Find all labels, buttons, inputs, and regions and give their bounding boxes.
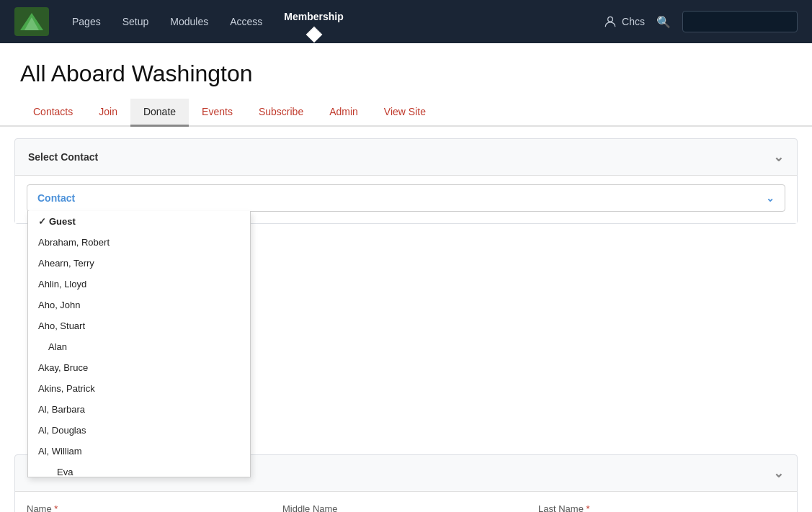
dropdown-item-6[interactable]: Alan (28, 336, 250, 357)
dropdown-item-3[interactable]: Ahlin, Lloyd (28, 274, 250, 295)
topnav-links: Pages Setup Modules Access Membership (63, 10, 603, 33)
search-icon-wrapper: 🔍 (656, 15, 671, 29)
basic-info-chevron: ⌄ (773, 465, 784, 481)
dropdown-item-12[interactable]: Eva (28, 462, 250, 477)
nav-setup[interactable]: Setup (114, 10, 158, 33)
tab-contacts[interactable]: Contacts (20, 99, 86, 127)
nav-pages[interactable]: Pages (63, 10, 110, 33)
dropdown-item-4[interactable]: Aho, John (28, 295, 250, 315)
tab-join[interactable]: Join (86, 99, 130, 127)
last-name-field: Last Name * (538, 503, 785, 512)
tab-events[interactable]: Events (189, 99, 246, 127)
tab-viewsite[interactable]: View Site (371, 99, 439, 127)
dropdown-item-2[interactable]: Ahearn, Terry (28, 253, 250, 274)
dropdown-item-guest[interactable]: ✓Guest (28, 211, 250, 232)
first-name-field: Name * First Name 📅 (27, 503, 274, 512)
select-contact-chevron: ⌄ (773, 149, 784, 165)
select-contact-panel: Select Contact ⌄ Contact ⌄ ✓Guest Abraha… (14, 138, 798, 224)
last-name-req: * (586, 503, 590, 512)
nav-membership[interactable]: Membership (275, 5, 352, 28)
topnav-right: Chcs 🔍 (603, 11, 798, 32)
user-name: Chcs (622, 16, 645, 27)
check-icon: ✓ (38, 216, 46, 227)
dropdown-item-8[interactable]: Akins, Patrick (28, 378, 250, 399)
dropdown-item-5[interactable]: Aho, Stuart (28, 315, 250, 336)
membership-arrow (305, 27, 322, 43)
first-name-label: Name * (27, 503, 274, 512)
form-name-row: Name * First Name 📅 Middle Name (27, 503, 785, 512)
dropdown-item-1[interactable]: Abraham, Robert (28, 232, 250, 253)
basic-info-body: Name * First Name 📅 Middle Name (15, 491, 797, 512)
contact-body: Contact ⌄ ✓Guest Abraham, Robert Ahearn,… (15, 175, 797, 223)
svg-point-1 (608, 17, 613, 22)
nav-access[interactable]: Access (221, 10, 271, 33)
tab-subscribe[interactable]: Subscribe (246, 99, 316, 127)
nav-modules[interactable]: Modules (161, 10, 217, 33)
page-title: All Aboard Washington (20, 60, 792, 87)
last-name-label: Last Name * (538, 503, 785, 512)
user-icon (603, 14, 617, 29)
dropdown-item-11[interactable]: Al, William (28, 441, 250, 462)
contact-dropdown[interactable]: ✓Guest Abraham, Robert Ahearn, Terry Ahl… (27, 211, 251, 477)
tab-donate[interactable]: Donate (130, 99, 189, 127)
tab-admin[interactable]: Admin (316, 99, 371, 127)
select-contact-header[interactable]: Select Contact ⌄ (15, 139, 797, 175)
contact-chevron: ⌄ (766, 192, 775, 204)
subtabs: Contacts Join Donate Events Subscribe Ad… (0, 99, 812, 127)
contact-select-wrapper: Contact ⌄ ✓Guest Abraham, Robert Ahearn,… (27, 184, 785, 212)
contact-select-trigger[interactable]: Contact ⌄ (27, 185, 785, 211)
dropdown-item-7[interactable]: Akay, Bruce (28, 357, 250, 378)
select-contact-label: Select Contact (28, 151, 98, 163)
topnav: Pages Setup Modules Access Membership Ch… (0, 0, 812, 43)
app-logo[interactable] (14, 7, 49, 36)
user-menu[interactable]: Chcs (603, 14, 645, 29)
main-content: Select Contact ⌄ Contact ⌄ ✓Guest Abraha… (0, 138, 812, 512)
search-input[interactable] (682, 11, 798, 32)
middle-name-field: Middle Name (282, 503, 530, 512)
middle-name-label: Middle Name (282, 503, 530, 512)
contact-select-label: Contact (37, 192, 75, 204)
dropdown-item-9[interactable]: Al, Barbara (28, 399, 250, 420)
first-name-req: * (54, 503, 58, 512)
dropdown-item-10[interactable]: Al, Douglas (28, 420, 250, 441)
page-title-area: All Aboard Washington (0, 43, 812, 99)
